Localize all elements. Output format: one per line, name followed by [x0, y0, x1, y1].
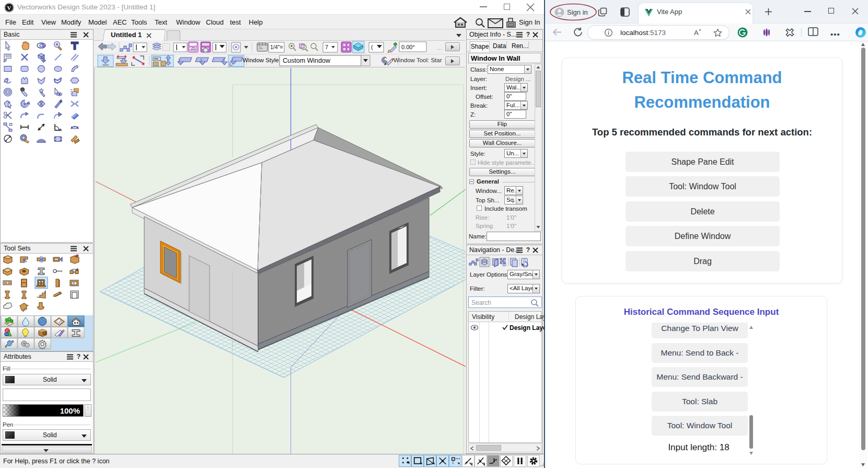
svg-text:1/4"=: 1/4"=	[270, 44, 283, 50]
svg-text:(: (	[371, 44, 373, 50]
svg-text:0.00°: 0.00°	[401, 44, 415, 50]
svg-text:V: V	[7, 5, 11, 11]
svg-text:...: ...	[437, 44, 442, 51]
svg-text:Custom Window: Custom Window	[283, 57, 331, 64]
svg-text:A: A	[694, 29, 699, 37]
svg-text:7: 7	[325, 44, 328, 50]
svg-text:Window Style:: Window Style:	[242, 57, 281, 63]
svg-text:Window Tool: Star: Window Tool: Star	[394, 57, 442, 63]
